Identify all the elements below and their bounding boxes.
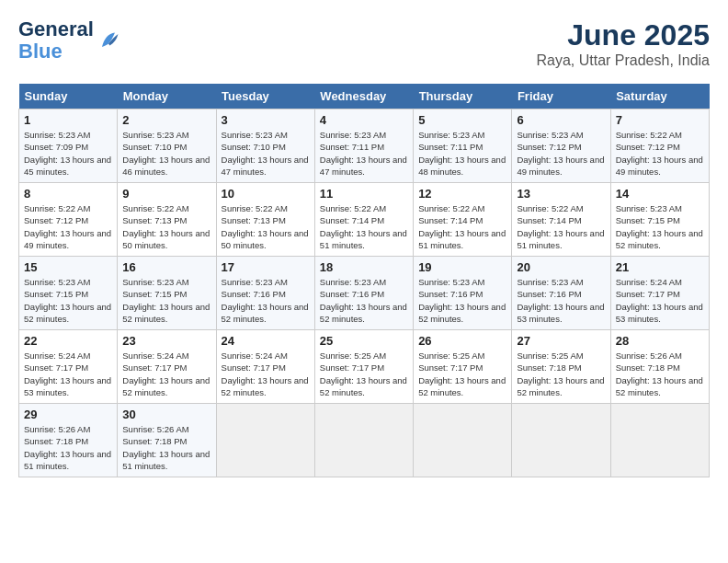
day-info: Sunrise: 5:23 AMSunset: 7:16 PMDaylight:… bbox=[320, 277, 407, 324]
calendar-cell: 7 Sunrise: 5:22 AMSunset: 7:12 PMDayligh… bbox=[610, 109, 709, 183]
calendar-cell bbox=[610, 404, 709, 477]
day-number: 24 bbox=[222, 334, 310, 348]
col-header-friday: Friday bbox=[512, 84, 610, 109]
day-number: 19 bbox=[418, 260, 506, 274]
logo: GeneralBlue bbox=[18, 18, 121, 63]
calendar-cell: 9 Sunrise: 5:22 AMSunset: 7:13 PMDayligh… bbox=[118, 183, 216, 257]
day-info: Sunrise: 5:22 AMSunset: 7:13 PMDaylight:… bbox=[222, 203, 309, 250]
day-number: 16 bbox=[122, 260, 210, 274]
day-number: 14 bbox=[616, 187, 704, 201]
calendar-cell bbox=[314, 404, 413, 477]
calendar-cell: 28 Sunrise: 5:26 AMSunset: 7:18 PMDaylig… bbox=[610, 330, 709, 404]
calendar-cell: 30 Sunrise: 5:26 AMSunset: 7:18 PMDaylig… bbox=[118, 404, 216, 477]
day-number: 4 bbox=[320, 113, 408, 127]
col-header-sunday: Sunday bbox=[19, 84, 118, 109]
day-number: 12 bbox=[418, 187, 506, 201]
day-info: Sunrise: 5:26 AMSunset: 7:18 PMDaylight:… bbox=[616, 350, 703, 397]
day-info: Sunrise: 5:22 AMSunset: 7:12 PMDaylight:… bbox=[616, 130, 703, 177]
logo-icon bbox=[96, 28, 121, 53]
day-info: Sunrise: 5:23 AMSunset: 7:12 PMDaylight:… bbox=[517, 130, 604, 177]
calendar-cell: 13 Sunrise: 5:22 AMSunset: 7:14 PMDaylig… bbox=[512, 183, 610, 257]
day-info: Sunrise: 5:22 AMSunset: 7:14 PMDaylight:… bbox=[418, 203, 506, 250]
day-info: Sunrise: 5:24 AMSunset: 7:17 PMDaylight:… bbox=[616, 277, 703, 324]
day-number: 15 bbox=[24, 260, 112, 274]
calendar-week-row: 29 Sunrise: 5:26 AMSunset: 7:18 PMDaylig… bbox=[19, 404, 710, 477]
day-number: 20 bbox=[517, 260, 605, 274]
day-info: Sunrise: 5:23 AMSunset: 7:16 PMDaylight:… bbox=[222, 277, 309, 324]
calendar-cell: 16 Sunrise: 5:23 AMSunset: 7:15 PMDaylig… bbox=[118, 257, 216, 330]
day-number: 3 bbox=[222, 113, 310, 127]
day-number: 18 bbox=[320, 260, 408, 274]
calendar-cell bbox=[512, 404, 610, 477]
calendar-week-row: 1 Sunrise: 5:23 AMSunset: 7:09 PMDayligh… bbox=[19, 109, 710, 183]
day-info: Sunrise: 5:25 AMSunset: 7:18 PMDaylight:… bbox=[517, 350, 604, 397]
day-number: 30 bbox=[122, 408, 210, 421]
calendar-cell: 2 Sunrise: 5:23 AMSunset: 7:10 PMDayligh… bbox=[118, 109, 216, 183]
day-number: 13 bbox=[517, 187, 605, 201]
title-area: June 2025 Raya, Uttar Pradesh, India bbox=[536, 18, 710, 69]
calendar-cell: 24 Sunrise: 5:24 AMSunset: 7:17 PMDaylig… bbox=[216, 330, 314, 404]
day-info: Sunrise: 5:22 AMSunset: 7:12 PMDaylight:… bbox=[24, 203, 111, 250]
calendar-cell: 5 Sunrise: 5:23 AMSunset: 7:11 PMDayligh… bbox=[414, 109, 512, 183]
calendar-cell: 22 Sunrise: 5:24 AMSunset: 7:17 PMDaylig… bbox=[19, 330, 118, 404]
day-number: 7 bbox=[616, 113, 704, 127]
calendar-cell: 1 Sunrise: 5:23 AMSunset: 7:09 PMDayligh… bbox=[19, 109, 118, 183]
day-info: Sunrise: 5:23 AMSunset: 7:15 PMDaylight:… bbox=[122, 277, 210, 324]
day-info: Sunrise: 5:23 AMSunset: 7:10 PMDaylight:… bbox=[222, 130, 309, 177]
day-number: 28 bbox=[616, 334, 704, 348]
day-info: Sunrise: 5:26 AMSunset: 7:18 PMDaylight:… bbox=[24, 424, 111, 471]
calendar-week-row: 22 Sunrise: 5:24 AMSunset: 7:17 PMDaylig… bbox=[19, 330, 710, 404]
calendar-table: SundayMondayTuesdayWednesdayThursdayFrid… bbox=[18, 84, 710, 477]
day-info: Sunrise: 5:25 AMSunset: 7:17 PMDaylight:… bbox=[320, 350, 407, 397]
calendar-cell: 23 Sunrise: 5:24 AMSunset: 7:17 PMDaylig… bbox=[118, 330, 216, 404]
day-number: 2 bbox=[122, 113, 210, 127]
day-info: Sunrise: 5:23 AMSunset: 7:16 PMDaylight:… bbox=[418, 277, 506, 324]
day-number: 9 bbox=[122, 187, 210, 201]
day-info: Sunrise: 5:23 AMSunset: 7:15 PMDaylight:… bbox=[616, 203, 703, 250]
calendar-cell: 15 Sunrise: 5:23 AMSunset: 7:15 PMDaylig… bbox=[19, 257, 118, 330]
col-header-monday: Monday bbox=[118, 84, 216, 109]
col-header-tuesday: Tuesday bbox=[216, 84, 314, 109]
col-header-wednesday: Wednesday bbox=[314, 84, 413, 109]
calendar-cell: 6 Sunrise: 5:23 AMSunset: 7:12 PMDayligh… bbox=[512, 109, 610, 183]
day-number: 21 bbox=[616, 260, 704, 274]
calendar-cell: 20 Sunrise: 5:23 AMSunset: 7:16 PMDaylig… bbox=[512, 257, 610, 330]
calendar-cell: 19 Sunrise: 5:23 AMSunset: 7:16 PMDaylig… bbox=[414, 257, 512, 330]
calendar-cell: 14 Sunrise: 5:23 AMSunset: 7:15 PMDaylig… bbox=[610, 183, 709, 257]
day-number: 26 bbox=[418, 334, 506, 348]
calendar-cell: 3 Sunrise: 5:23 AMSunset: 7:10 PMDayligh… bbox=[216, 109, 314, 183]
calendar-cell: 29 Sunrise: 5:26 AMSunset: 7:18 PMDaylig… bbox=[19, 404, 118, 477]
calendar-header-row: SundayMondayTuesdayWednesdayThursdayFrid… bbox=[19, 84, 710, 109]
month-title: June 2025 bbox=[536, 18, 710, 52]
day-info: Sunrise: 5:23 AMSunset: 7:16 PMDaylight:… bbox=[517, 277, 604, 324]
calendar-cell: 18 Sunrise: 5:23 AMSunset: 7:16 PMDaylig… bbox=[314, 257, 413, 330]
day-number: 6 bbox=[517, 113, 605, 127]
day-info: Sunrise: 5:22 AMSunset: 7:13 PMDaylight:… bbox=[122, 203, 210, 250]
day-number: 25 bbox=[320, 334, 408, 348]
day-info: Sunrise: 5:23 AMSunset: 7:10 PMDaylight:… bbox=[122, 130, 210, 177]
day-info: Sunrise: 5:24 AMSunset: 7:17 PMDaylight:… bbox=[24, 350, 111, 397]
calendar-cell: 4 Sunrise: 5:23 AMSunset: 7:11 PMDayligh… bbox=[314, 109, 413, 183]
day-number: 5 bbox=[418, 113, 506, 127]
calendar-cell: 27 Sunrise: 5:25 AMSunset: 7:18 PMDaylig… bbox=[512, 330, 610, 404]
day-info: Sunrise: 5:26 AMSunset: 7:18 PMDaylight:… bbox=[122, 424, 210, 471]
day-number: 17 bbox=[222, 260, 310, 274]
day-info: Sunrise: 5:23 AMSunset: 7:11 PMDaylight:… bbox=[320, 130, 407, 177]
calendar-week-row: 8 Sunrise: 5:22 AMSunset: 7:12 PMDayligh… bbox=[19, 183, 710, 257]
day-number: 11 bbox=[320, 187, 408, 201]
day-number: 22 bbox=[24, 334, 112, 348]
location-title: Raya, Uttar Pradesh, India bbox=[536, 52, 710, 69]
logo-text: GeneralBlue bbox=[18, 18, 94, 63]
day-number: 8 bbox=[24, 187, 112, 201]
calendar-cell bbox=[216, 404, 314, 477]
day-number: 27 bbox=[517, 334, 605, 348]
day-info: Sunrise: 5:23 AMSunset: 7:15 PMDaylight:… bbox=[24, 277, 111, 324]
day-info: Sunrise: 5:23 AMSunset: 7:11 PMDaylight:… bbox=[418, 130, 506, 177]
calendar-cell: 10 Sunrise: 5:22 AMSunset: 7:13 PMDaylig… bbox=[216, 183, 314, 257]
day-info: Sunrise: 5:22 AMSunset: 7:14 PMDaylight:… bbox=[517, 203, 604, 250]
day-info: Sunrise: 5:24 AMSunset: 7:17 PMDaylight:… bbox=[222, 350, 309, 397]
day-number: 10 bbox=[222, 187, 310, 201]
calendar-cell bbox=[414, 404, 512, 477]
col-header-saturday: Saturday bbox=[610, 84, 709, 109]
calendar-cell: 25 Sunrise: 5:25 AMSunset: 7:17 PMDaylig… bbox=[314, 330, 413, 404]
